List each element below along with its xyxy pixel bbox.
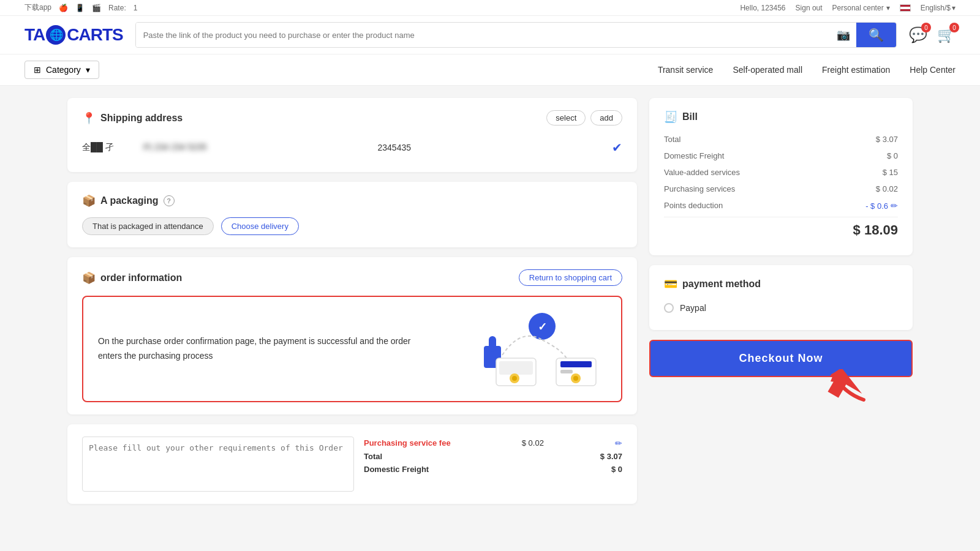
req-total-value: $ 3.07 [600, 452, 622, 461]
language-selector[interactable]: English/$ ▾ [921, 4, 956, 12]
nav-help-center[interactable]: Help Center [910, 65, 956, 75]
paypal-label: Paypal [680, 303, 706, 313]
order-illustration: ✓ [447, 309, 606, 389]
left-column: 📍 Shipping address select add 全██ 孑 约 23… [67, 98, 637, 504]
svg-rect-10 [560, 370, 573, 373]
language-chevron-icon: ▾ [952, 4, 956, 12]
nav-self-operated-mall[interactable]: Self-operated mall [733, 65, 802, 75]
greeting-text: Hello, 123456 [740, 4, 785, 12]
bill-value-total: $ 3.07 [876, 135, 898, 144]
shipping-address-card: 📍 Shipping address select add 全██ 孑 约 23… [67, 98, 637, 172]
download-app-link[interactable]: 下载app [24, 2, 51, 13]
packaging-help-icon[interactable]: ? [164, 195, 175, 206]
svg-rect-3 [489, 336, 496, 352]
req-service-fee-row: Purchasing service fee $ 0.02 ✏ [364, 437, 622, 450]
address-actions: select add [546, 110, 622, 126]
header: TA 🌐 CARTS 📷 🔍 💬 0 🛒 0 [0, 16, 980, 54]
payment-title: 💳 payment method [664, 277, 898, 291]
search-input[interactable] [136, 23, 831, 47]
req-total-label: Total [364, 452, 382, 461]
bill-row-purchasing: Purchasing services $ 0.02 [664, 181, 898, 197]
rate-label: Rate: [108, 4, 126, 12]
svg-rect-9 [560, 361, 592, 367]
box-icon: 📦 [82, 271, 96, 285]
packaging-card: 📦 A packaging ? That is packaged in atte… [67, 182, 637, 247]
chevron-down-icon: ▾ [886, 4, 890, 12]
nav-links: Transit service Self-operated mall Freig… [658, 65, 956, 75]
bill-label-deduction: Points deduction [664, 201, 723, 211]
bill-card: 🧾 Bill Total $ 3.07 Domestic Freight $ 0… [649, 98, 913, 255]
cart-icon-button[interactable]: 🛒 0 [937, 26, 956, 43]
credit-card-icon: 💳 [664, 277, 677, 291]
address-row: 全██ 孑 约 234 234 5235 2345435 ✔ [82, 135, 622, 160]
req-edit-icon[interactable]: ✏ [615, 438, 622, 448]
android-icon: 📱 [75, 4, 85, 12]
order-info-card: 📦 order information Return to shopping c… [67, 257, 637, 414]
address-check-icon: ✔ [612, 140, 622, 155]
bill-grand-total: $ 18.09 [664, 217, 898, 243]
packaging-active-tag[interactable]: That is packaged in attendance [82, 217, 214, 235]
payment-card: 💳 payment method Paypal [649, 265, 913, 330]
order-info-description: On the purchase order confirmation page,… [98, 334, 435, 364]
paypal-radio[interactable] [664, 303, 674, 313]
paypal-option[interactable]: Paypal [664, 298, 898, 318]
packaging-options: That is packaged in attendance Choose de… [82, 217, 622, 235]
shipping-address-header: 📍 Shipping address select add [82, 110, 622, 126]
rate-value: 1 [134, 4, 138, 12]
bill-value-vas: $ 15 [883, 168, 898, 177]
video-icon: 🎬 [92, 4, 101, 12]
nav-bar: ⊞ Category ▾ Transit service Self-operat… [0, 54, 980, 86]
category-label: Category [46, 65, 81, 75]
logo[interactable]: TA 🌐 CARTS [24, 25, 123, 45]
requirements-row: Purchasing service fee $ 0.02 ✏ Total $ … [82, 437, 622, 492]
address-code: 2345435 [378, 143, 600, 152]
bill-row-freight: Domestic Freight $ 0 [664, 148, 898, 164]
camera-icon-button[interactable]: 📷 [831, 23, 856, 47]
flag-icon [900, 4, 911, 12]
order-info-title: 📦 order information [82, 271, 182, 285]
packaging-delivery-tag[interactable]: Choose delivery [221, 217, 299, 235]
nav-transit-service[interactable]: Transit service [658, 65, 714, 75]
bill-value-purchasing: $ 0.02 [876, 184, 898, 193]
category-button[interactable]: ⊞ Category ▾ [24, 61, 99, 79]
search-bar: 📷 🔍 [135, 22, 897, 48]
req-service-fee-label: Purchasing service fee [364, 438, 451, 448]
package-icon: 📦 [82, 194, 96, 208]
bill-label-freight: Domestic Freight [664, 151, 724, 160]
bill-row-vas: Value-added services $ 15 [664, 164, 898, 181]
bill-row-total: Total $ 3.07 [664, 131, 898, 148]
req-freight-row: Domestic Freight $ 0 [364, 463, 622, 476]
requirements-table: Purchasing service fee $ 0.02 ✏ Total $ … [364, 437, 622, 492]
add-address-button[interactable]: add [590, 110, 622, 126]
top-bar-left: 下载app 🍎 📱 🎬 Rate: 1 [24, 2, 137, 13]
req-total-row: Total $ 3.07 [364, 450, 622, 463]
nav-freight-estimation[interactable]: Freight estimation [822, 65, 890, 75]
shipping-address-title: 📍 Shipping address [82, 111, 183, 125]
bill-label-purchasing: Purchasing services [664, 184, 735, 193]
chat-icon-button[interactable]: 💬 0 [909, 26, 927, 43]
bill-label-vas: Value-added services [664, 168, 740, 177]
svg-point-7 [512, 376, 517, 381]
order-illustration-svg: ✓ [447, 309, 606, 389]
requirements-textarea[interactable] [82, 437, 354, 492]
bill-label-total: Total [664, 135, 680, 144]
packaging-header: 📦 A packaging ? [82, 194, 622, 208]
req-freight-label: Domestic Freight [364, 465, 429, 474]
personal-center-link[interactable]: Personal center ▾ [832, 4, 890, 12]
svg-rect-5 [499, 361, 533, 375]
select-address-button[interactable]: select [546, 110, 586, 126]
logo-text-right: CARTS [67, 25, 123, 45]
req-freight-value: $ 0 [611, 465, 622, 474]
return-to-cart-button[interactable]: Return to shopping cart [519, 269, 622, 286]
top-bar: 下载app 🍎 📱 🎬 Rate: 1 Hello, 123456 Sign o… [0, 0, 980, 16]
order-info-box: On the purchase order confirmation page,… [82, 296, 622, 402]
bill-grand-total-value: $ 18.09 [853, 222, 898, 238]
svg-point-12 [573, 376, 578, 381]
search-button[interactable]: 🔍 [856, 23, 896, 47]
right-column: 🧾 Bill Total $ 3.07 Domestic Freight $ 0… [649, 98, 913, 504]
location-pin-icon: 📍 [82, 111, 96, 125]
signout-link[interactable]: Sign out [796, 4, 823, 12]
deduction-edit-icon[interactable]: ✏ [891, 201, 898, 211]
category-chevron-icon: ▾ [86, 65, 90, 75]
top-bar-right: Hello, 123456 Sign out Personal center ▾… [740, 4, 956, 12]
